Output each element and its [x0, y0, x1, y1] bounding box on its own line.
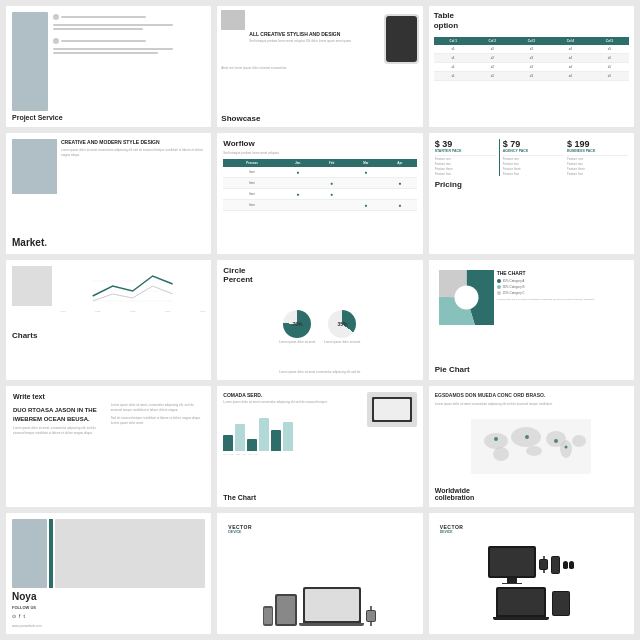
slide1-text — [51, 12, 205, 111]
worldwide-big-text: EGSDAMOS DON MUEDA CONC ORD BRASO. — [435, 392, 628, 399]
axis-label: 1995 — [200, 310, 206, 313]
slide-the-chart: COMADA SERD. Lorem ipsum dolor sit amet … — [217, 386, 422, 507]
slide-title: Worldwidecollebration — [435, 487, 628, 501]
table-row: Item●● — [223, 199, 416, 210]
legend-dot — [497, 279, 501, 283]
pie-chart-title: THE CHART — [497, 270, 595, 276]
bar — [235, 424, 245, 451]
slide-circle-percent: CirclePercent 76% Lorem ipsum dolor sit … — [217, 260, 422, 381]
facebook-icon: f — [19, 613, 20, 619]
phone-image — [384, 14, 419, 64]
slide-grid: Project Service ALL CREATIVE STYLISH AND… — [0, 0, 640, 640]
plan-business: $ 199 BUSINESS PACK Feature oneFeature t… — [567, 139, 628, 177]
slide-title: Market. — [12, 237, 205, 248]
svg-point-13 — [560, 440, 572, 458]
bar — [223, 435, 233, 451]
accent-dot: . — [44, 237, 47, 248]
table-row: x1x2x3x4x5 — [434, 71, 629, 80]
circle-ring: 76% — [283, 310, 311, 338]
plan-starter: $ 39 STARTER PACK Feature oneFeature two… — [435, 139, 496, 177]
slide-vector-device-2: VECTOR DEVICE — [429, 513, 634, 634]
showcase-img1 — [221, 10, 245, 30]
slide-title: Project Service — [12, 114, 205, 121]
legend-container: 45% Category A 30% Category B 25% Catego… — [497, 279, 595, 295]
noya-accent-bar — [49, 519, 53, 588]
slide-noya: Noya FOLLOW US ⊙ f t www.yourwebsite.com — [6, 513, 211, 634]
x-axis: Jan Feb Mar Apr May Jun — [223, 453, 363, 456]
plan-feature: Feature oneFeature twoFeature threeFeatu… — [503, 157, 564, 176]
instagram-icon: ⊙ — [12, 613, 16, 619]
svg-point-14 — [572, 435, 586, 447]
watch-dark — [539, 556, 548, 573]
bullet-icon — [53, 14, 59, 20]
svg-point-18 — [565, 445, 568, 448]
write-text-col2: Lorem ipsum dolor sit amet, consectetur … — [111, 403, 205, 435]
slide-title: Pie Chart — [435, 365, 628, 374]
vector-subtitle: DEVICE — [223, 530, 416, 537]
slide-title: Noya — [12, 591, 205, 602]
showcase-body: Sed tetraque pretiam lorem amet voluptat… — [249, 39, 379, 43]
vector-subtitle: DEVICE — [435, 530, 628, 537]
slide-worldwide: EGSDAMOS DON MUEDA CONC ORD BRASO. Lorem… — [429, 386, 634, 507]
slide-pricing: $ 39 STARTER PACK Feature oneFeature two… — [429, 133, 634, 254]
earbuds-dark — [563, 561, 574, 569]
axis-label: Mar — [236, 453, 240, 456]
pie-desc: Lorem ipsum dolor sit amet consectetur a… — [497, 298, 595, 302]
circle-ring: 35% — [328, 310, 356, 338]
laptop-device — [299, 587, 364, 626]
write-text-col1: DUO RTOASA JASON IN THE IWEBREM OCEAN BE… — [13, 403, 107, 435]
axis-label: 1975 — [60, 310, 66, 313]
market-image — [12, 139, 57, 194]
circle-desc: Lorem ipsum dolor sit amet. — [324, 340, 361, 344]
legend-item: 45% Category A — [497, 279, 595, 283]
axis-label: Feb — [229, 453, 233, 456]
legend-label: 30% Category B — [503, 285, 525, 289]
circles-container: 76% Lorem ipsum dolor sit amet. 35% Lore… — [279, 310, 361, 344]
plan-name: AGENCY PACK — [503, 149, 564, 153]
twitter-icon: t — [23, 613, 24, 619]
bar — [271, 430, 281, 451]
svg-point-6 — [454, 285, 478, 309]
workflow-body: Sed tetraque pretiam lorem amet voluptat… — [223, 151, 416, 155]
col-header: Process — [223, 159, 281, 167]
axis-label: 1990 — [165, 310, 171, 313]
axis-label: Apr — [242, 453, 246, 456]
axis-label: Jan — [223, 453, 227, 456]
text-line — [53, 48, 173, 50]
write-text-body1: Lorem ipsum dolor sit amet, consectetur … — [13, 426, 107, 436]
text-line — [53, 52, 158, 54]
small-phone — [263, 606, 273, 626]
write-text-body2: Lorem ipsum dolor sit amet, consectetur … — [111, 403, 205, 413]
pricing-plans: $ 39 STARTER PACK Feature oneFeature two… — [435, 139, 628, 177]
legend-item: 30% Category B — [497, 285, 595, 289]
svg-point-16 — [525, 435, 529, 439]
svg-point-15 — [494, 437, 498, 441]
world-map-svg — [471, 419, 591, 474]
axis-label: 1985 — [130, 310, 136, 313]
axis-label: May — [248, 453, 253, 456]
slide-pie-chart: THE CHART 45% Category A 30% Category B … — [429, 260, 634, 381]
slide-workflow: Worflow Sed tetraque pretiam lorem amet … — [217, 133, 422, 254]
laptop-image — [367, 392, 417, 427]
bar-chart — [223, 408, 363, 453]
table-row: Item●● — [223, 177, 416, 188]
tablet-device — [275, 594, 297, 626]
circle-value: 35% — [337, 321, 347, 327]
noya-image2 — [55, 519, 205, 588]
market-heading: CREATIVE AND MODERN STYLE DESIGN — [61, 139, 205, 146]
write-text-columns: DUO RTOASA JASON IN THE IWEBREM OCEAN BE… — [13, 403, 204, 435]
showcase-heading: ALL CREATIVE STYLISH AND DESIGN — [249, 31, 379, 38]
col-header: Mar — [349, 159, 383, 167]
svg-point-11 — [526, 446, 542, 456]
slide-write-text: Write text DUO RTOASA JASON IN THE IWEBR… — [6, 386, 211, 507]
watch-device — [366, 606, 376, 626]
axis-label: Jun — [255, 453, 259, 456]
chart-image — [12, 266, 52, 306]
col-header: Jan — [281, 159, 315, 167]
slide-market: CREATIVE AND MODERN STYLE DESIGN Lorem i… — [6, 133, 211, 254]
col-header: Col 5 — [590, 37, 629, 45]
follow-label: FOLLOW US — [12, 605, 205, 610]
slide1-image — [12, 12, 48, 111]
plan-price: $ 39 — [435, 139, 496, 149]
slide-title: Worflow — [223, 139, 416, 148]
